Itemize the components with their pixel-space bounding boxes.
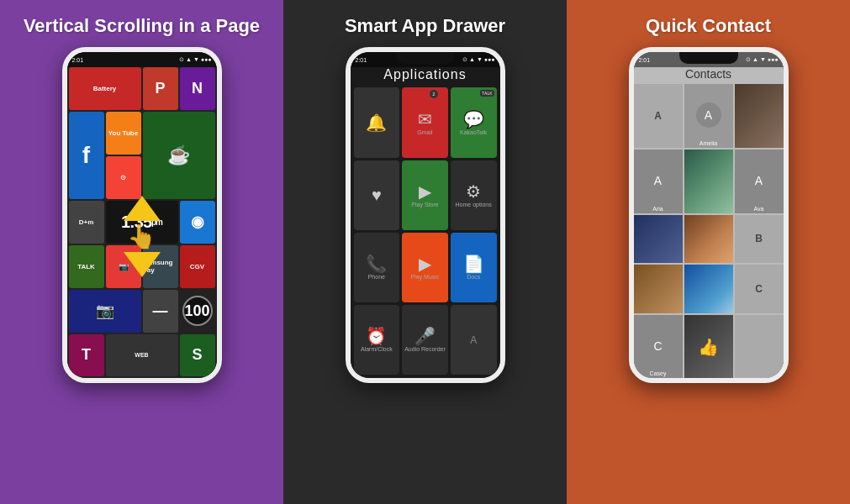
- app-drawer-title: Applications: [354, 67, 497, 82]
- gmail-badge: 2: [430, 90, 438, 98]
- contact-photo-monkey: [634, 265, 683, 313]
- contact-ava: A Ava: [735, 150, 784, 213]
- notch-3: [679, 52, 738, 64]
- tile-talk: TALK: [69, 245, 104, 288]
- tile-100: 100: [182, 296, 213, 326]
- scroll-arrows: 👆: [124, 196, 161, 277]
- icons-1: ⊙ ▲ ▼ ●●●: [179, 56, 211, 63]
- app-cell-alarm: ⏰ Alarm/Clock: [354, 305, 400, 375]
- tile-s: S: [180, 334, 215, 377]
- alarm-label: Alarm/Clock: [361, 346, 393, 352]
- notch-2: [396, 52, 455, 64]
- tile-chrome: ◉: [180, 201, 215, 244]
- homeoptions-icon: ⚙: [466, 183, 481, 200]
- icons-2: ⊙ ▲ ▼ ●●●: [462, 56, 494, 63]
- app-cell-docs: 📄 Docs: [451, 233, 497, 302]
- panel-1-title: Vertical Scrolling in a Page: [24, 15, 260, 37]
- contact-photo-flowers: [684, 215, 733, 264]
- contact-photo-sea: [684, 265, 733, 313]
- time-1: 2:01: [72, 57, 84, 63]
- contact-amelia: A Amelia: [684, 84, 733, 148]
- panel-vertical-scroll: Vertical Scrolling in a Page 2:01 ⊙ ▲ ▼ …: [0, 0, 283, 504]
- app-cell-homeoptions: ⚙ Home options: [451, 160, 497, 230]
- section-c: C: [735, 265, 784, 313]
- tile-img: 📷: [69, 290, 141, 333]
- gmail-icon: ✉: [418, 111, 432, 128]
- tile-web: WEB: [106, 334, 178, 377]
- arrow-down-icon: [124, 252, 161, 277]
- panel-2-title: Smart App Drawer: [345, 15, 505, 37]
- homeoptions-label: Home options: [456, 202, 492, 207]
- avatar-ava: A: [747, 168, 772, 193]
- screen-2: Applications 🔔 ✉ Gmail 2 💬 KakaoTalk TAL…: [351, 52, 500, 378]
- playstore-icon: ▶: [419, 183, 431, 200]
- mic-icon: 🎤: [414, 328, 436, 344]
- app-cell-heart: ♥: [354, 160, 400, 230]
- playmusic-icon: ▶: [419, 255, 431, 272]
- avatar-casey: C: [646, 333, 671, 359]
- app-cell-playmusic: ▶ Play Music: [402, 233, 448, 302]
- tile-n: N: [180, 67, 215, 110]
- tile-starbucks: ☕: [143, 112, 215, 199]
- section-a: A: [634, 84, 683, 148]
- contact-photo-man: [735, 84, 784, 148]
- alarm-icon: ⏰: [366, 328, 387, 344]
- docs-label: Docs: [467, 274, 480, 280]
- icons-3: ⊙ ▲ ▼ ●●●: [746, 56, 778, 63]
- finger-icon: 👆: [127, 223, 156, 250]
- tile-battery: Battery: [69, 67, 141, 110]
- gmail-label: Gmail: [417, 129, 432, 135]
- app-cell-recorder: 🎤 Audio Recorder: [402, 305, 448, 375]
- app-cell-letter-a: A: [451, 305, 497, 375]
- avatar-aria: A: [646, 168, 671, 193]
- app-cell-phone: 📞 Phone: [354, 233, 400, 302]
- playmusic-label: Play Music: [411, 274, 440, 280]
- letter-a-text: A: [470, 334, 477, 346]
- contact-aria: A Aria: [634, 150, 683, 213]
- notch-1: [113, 52, 172, 64]
- panel-3-title: Quick Contact: [646, 15, 771, 37]
- kakao-badge: TALK: [480, 90, 494, 97]
- app-cell-bell: 🔔: [354, 87, 400, 157]
- app-cell-kakao: 💬 KakaoTalk TALK: [451, 87, 497, 157]
- contact-empty: [735, 315, 784, 379]
- tile-nd: D+m: [69, 201, 104, 244]
- kakao-label: KakaoTalk: [460, 129, 487, 135]
- contact-casey: C Casey: [634, 315, 683, 379]
- arrow-up-icon: [124, 196, 161, 221]
- tile-fb: f: [69, 112, 104, 199]
- section-letter-c: C: [755, 283, 763, 295]
- app-grid: 🔔 ✉ Gmail 2 💬 KakaoTalk TALK ♥ ▶: [354, 87, 497, 375]
- recorder-label: Audio Recorder: [404, 346, 446, 352]
- phone-label: Phone: [368, 274, 385, 280]
- contact-photo-thumb: 👍: [684, 315, 733, 379]
- name-casey: Casey: [634, 370, 683, 376]
- phone-2: 2:01 ⊙ ▲ ▼ ●●● Applications 🔔 ✉ Gmail 2 …: [346, 47, 505, 383]
- section-letter-b: B: [755, 233, 763, 244]
- panel-app-drawer: Smart App Drawer 2:01 ⊙ ▲ ▼ ●●● Applicat…: [283, 0, 567, 504]
- screen-3: Contacts A A Amelia A Aria: [634, 52, 784, 378]
- tile-cgv: CGV: [180, 245, 215, 288]
- phone-3: 2:01 ⊙ ▲ ▼ ●●● Contacts A A Amelia A Ari: [629, 47, 789, 383]
- avatar-amelia: A: [696, 102, 721, 128]
- name-amelia: Amelia: [684, 140, 733, 146]
- panel-quick-contact: Quick Contact 2:01 ⊙ ▲ ▼ ●●● Contacts A …: [567, 0, 850, 504]
- section-letter-a: A: [654, 110, 662, 122]
- section-b: B: [735, 215, 784, 264]
- tile-dash: —: [143, 290, 178, 333]
- contacts-title: Contacts: [634, 67, 784, 81]
- name-aria: Aria: [634, 206, 683, 212]
- playstore-label: Play Store: [411, 202, 438, 207]
- name-ava: Ava: [735, 206, 784, 212]
- tile-yt: You Tube: [106, 112, 141, 155]
- heart-icon: ♥: [372, 186, 382, 203]
- kakao-icon: 💬: [463, 111, 484, 128]
- time-2: 2:01: [356, 57, 367, 63]
- time-3: 2:01: [639, 57, 651, 63]
- contact-photo-woman: [684, 150, 733, 213]
- tile-target: ⊙: [106, 156, 141, 199]
- thumbs-up-icon: 👍: [698, 337, 719, 357]
- tile-p: P: [143, 67, 178, 110]
- app-cell-playstore: ▶ Play Store: [402, 160, 448, 230]
- contact-photo-dark: [634, 215, 683, 264]
